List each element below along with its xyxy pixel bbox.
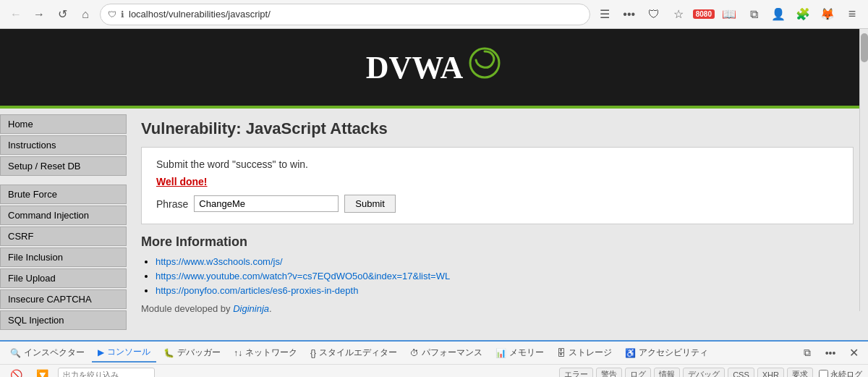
devtools-tab-network[interactable]: ↑↓ ネットワーク	[228, 344, 303, 362]
memory-icon: 📊	[495, 348, 506, 358]
devtools-tab-style-editor[interactable]: {} スタイルエディター	[305, 344, 403, 362]
link-item-1: https://www.w3schools.com/js/	[156, 255, 854, 267]
sidebar-item-home[interactable]: Home	[0, 114, 127, 134]
sidebar-item-command-injection[interactable]: Command Injection	[0, 206, 127, 225]
scrollbar-thumb	[861, 33, 868, 62]
clear-console-button[interactable]: 🚫	[6, 365, 26, 378]
filter-input[interactable]	[63, 370, 150, 378]
sidebar-icon[interactable]: ⧉	[744, 4, 764, 25]
badge-8080[interactable]: 8080	[693, 9, 715, 19]
accessibility-icon: ♿	[625, 348, 636, 358]
devtools-tab-memory[interactable]: 📊 メモリー	[490, 344, 550, 362]
lock-icon: 🛡	[108, 9, 116, 20]
devtools-more-button[interactable]: •••	[820, 343, 841, 363]
devtools-tab-performance[interactable]: ⏱ パフォーマンス	[404, 344, 488, 362]
dots-menu-icon[interactable]: •••	[619, 4, 639, 25]
link-3[interactable]: https://ponyfoo.com/articles/es6-proxies…	[156, 285, 358, 296]
bookmark-icon[interactable]: ☰	[595, 4, 615, 25]
hamburger-menu[interactable]: ≡	[842, 4, 862, 25]
phrase-label: Phrase	[156, 198, 188, 210]
link-1[interactable]: https://www.w3schools.com/js/	[156, 256, 283, 267]
more-info-title: More Information	[141, 234, 854, 250]
log-level-info[interactable]: 情報	[654, 368, 680, 377]
link-item-2: https://www.youtube.com/watch?v=cs7EQdWO…	[156, 270, 854, 281]
sidebar-item-csrf[interactable]: CSRF	[0, 226, 127, 246]
log-level-log[interactable]: ログ	[625, 368, 651, 377]
devtools-undock-button[interactable]: ⧉	[797, 343, 817, 363]
sidebar-divider	[0, 177, 127, 185]
sidebar-item-insecure-captcha[interactable]: Insecure CAPTCHA	[0, 289, 127, 309]
storage-label: ストレージ	[569, 347, 612, 359]
page-title: Vulnerability: JavaScript Attacks	[141, 119, 854, 138]
main-content: Vulnerability: JavaScript Attacks Submit…	[127, 109, 868, 340]
devtools-tabs: 🔍 インスペクター ▶ コンソール 🐛 デバッガー ↑↓ ネットワーク {} ス…	[0, 342, 868, 365]
well-done-message: Well done!	[156, 176, 838, 187]
extension-icon[interactable]: 🧩	[793, 4, 813, 25]
sidebar: Home Instructions Setup / Reset DB Brute…	[0, 109, 127, 340]
sidebar-item-brute-force[interactable]: Brute Force	[0, 185, 127, 204]
dvwa-swirl	[467, 46, 502, 89]
devtools-tab-console[interactable]: ▶ コンソール	[92, 343, 156, 363]
back-button[interactable]: ←	[6, 4, 26, 25]
page-body: Home Instructions Setup / Reset DB Brute…	[0, 109, 868, 340]
log-levels: エラー 警告 ログ 情報 デバッグ CSS XHR 要求	[559, 368, 813, 377]
log-level-xhr[interactable]: XHR	[757, 368, 784, 377]
sidebar-item-file-inclusion[interactable]: File Inclusion	[0, 247, 127, 267]
log-level-css[interactable]: CSS	[728, 368, 754, 377]
inspector-label: インスペクター	[24, 347, 85, 359]
link-2[interactable]: https://www.youtube.com/watch?v=cs7EQdWO…	[156, 271, 450, 281]
memory-label: メモリー	[509, 347, 544, 359]
accessibility-label: アクセシビリティ	[639, 347, 708, 359]
persist-log-checkbox[interactable]	[819, 370, 828, 377]
devtools-toolbar: 🚫 🔽 エラー 警告 ログ 情報 デバッグ CSS XHR 要求 永続ログ	[0, 365, 868, 377]
sidebar-item-file-upload[interactable]: File Upload	[0, 268, 127, 288]
console-label: コンソール	[107, 346, 150, 358]
log-level-error[interactable]: エラー	[559, 368, 593, 377]
devtools-tab-debugger[interactable]: 🐛 デバッガー	[158, 344, 226, 362]
reload-button[interactable]: ↺	[52, 4, 72, 25]
dvwa-header: DVWA	[0, 29, 868, 109]
submit-button[interactable]: Submit	[344, 195, 395, 213]
devtools-tab-storage[interactable]: 🗄 ストレージ	[551, 344, 618, 362]
performance-icon: ⏱	[410, 348, 419, 358]
filter-icon[interactable]: 🔽	[32, 365, 52, 378]
log-level-debug[interactable]: デバッグ	[683, 368, 725, 377]
home-button[interactable]: ⌂	[75, 4, 95, 25]
sidebar-item-setup[interactable]: Setup / Reset DB	[0, 156, 127, 176]
devtools-close-button[interactable]: ✕	[843, 343, 864, 363]
sidebar-item-sql-injection[interactable]: SQL Injection	[0, 310, 127, 330]
browser-icons: ☰ ••• 🛡 ☆ 8080 📖 ⧉ 👤 🧩 🦊 ≡	[595, 4, 862, 25]
star-icon[interactable]: ☆	[668, 4, 689, 25]
log-level-request[interactable]: 要求	[787, 368, 813, 377]
devtools-tab-accessibility[interactable]: ♿ アクセシビリティ	[619, 344, 714, 362]
devtools-tab-inspector[interactable]: 🔍 インスペクター	[4, 344, 90, 362]
browser-toolbar: ← → ↺ ⌂ 🛡 ℹ ☰ ••• 🛡 ☆ 8080 📖 ⧉ 👤 🧩 🦊 ≡	[0, 0, 868, 29]
devtools-right-controls: ⧉ ••• ✕	[797, 343, 864, 363]
profile-icon[interactable]: 👤	[768, 4, 788, 25]
link-item-3: https://ponyfoo.com/articles/es6-proxies…	[156, 284, 854, 296]
persist-log-text: 永続ログ	[830, 369, 862, 377]
dvwa-logo: DVWA	[366, 46, 502, 89]
address-input[interactable]	[129, 9, 582, 20]
reader-icon[interactable]: 📖	[719, 4, 739, 25]
svg-point-0	[470, 48, 499, 77]
phrase-input[interactable]	[194, 195, 339, 212]
address-bar-wrap: 🛡 ℹ	[100, 4, 590, 25]
persist-log-label[interactable]: 永続ログ	[819, 369, 862, 377]
module-dev-text: Module developed by	[141, 303, 233, 314]
shield-icon[interactable]: 🛡	[644, 4, 664, 25]
firefox-icon[interactable]: 🦊	[817, 4, 838, 25]
log-level-warning[interactable]: 警告	[596, 368, 622, 377]
page-wrap: DVWA Home Instructions Setup / Reset DB …	[0, 29, 868, 340]
devtools-panel: 🔍 インスペクター ▶ コンソール 🐛 デバッガー ↑↓ ネットワーク {} ス…	[0, 340, 868, 377]
phrase-row: Phrase Submit	[156, 195, 838, 213]
dvwa-logo-text: DVWA	[366, 49, 463, 86]
module-dev: Module developed by Digininja.	[141, 303, 854, 314]
sidebar-item-instructions[interactable]: Instructions	[0, 135, 127, 155]
style-label: スタイルエディター	[319, 347, 397, 359]
browser-chrome: ← → ↺ ⌂ 🛡 ℹ ☰ ••• 🛡 ☆ 8080 📖 ⧉ 👤 🧩 🦊 ≡	[0, 0, 868, 29]
nav-buttons: ← → ↺ ⌂	[6, 4, 95, 25]
scrollbar-right[interactable]	[859, 29, 868, 311]
forward-button[interactable]: →	[29, 4, 49, 25]
module-dev-link[interactable]: Digininja	[233, 303, 269, 314]
